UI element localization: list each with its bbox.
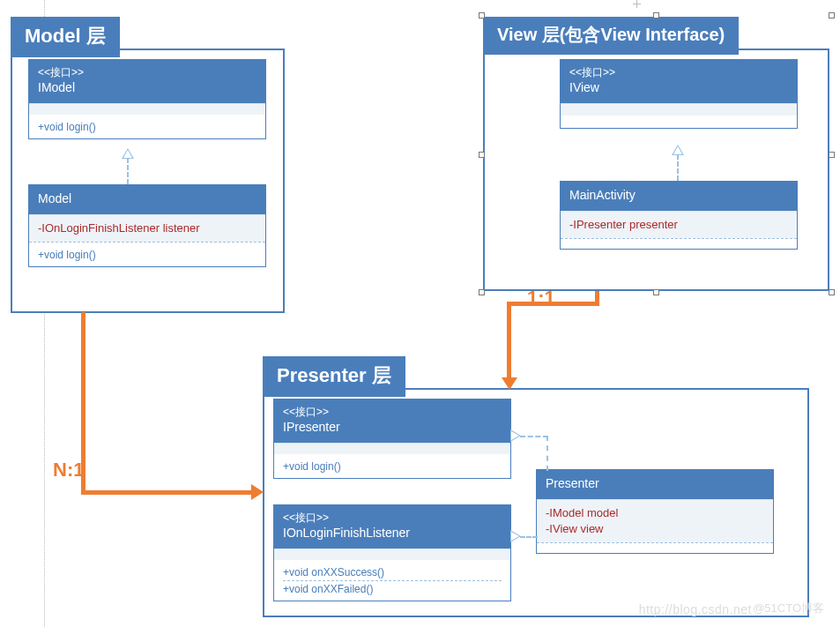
- presenter-ilistener-line: [520, 536, 538, 538]
- presenter-ipresenter-line-v: [546, 436, 548, 471]
- ipresenter-name: IPresenter: [283, 419, 502, 436]
- imodel-method: +void login(): [38, 119, 256, 133]
- selection-handle[interactable]: [829, 152, 835, 158]
- one-one-label: 1:1: [527, 287, 555, 310]
- selection-handle[interactable]: [479, 289, 485, 295]
- crosshair-icon: [633, 0, 641, 8]
- selection-handle[interactable]: [829, 289, 835, 295]
- presenter-name: Presenter: [546, 475, 764, 492]
- triangle-arrow-icon: [510, 530, 521, 542]
- iview-realization-line: [677, 154, 679, 181]
- presenter-field2: -IView view: [546, 521, 764, 537]
- triangle-arrow-icon: [122, 148, 134, 159]
- model-layer-title: Model 层: [11, 17, 120, 57]
- ionloginfinish-name: IOnLoginFinishListener: [283, 525, 502, 541]
- uml-mainactivity: MainActivity -IPresenter presenter: [560, 181, 798, 250]
- model-method: +void login(): [38, 247, 256, 261]
- uml-ionloginfinish: <<接口>> IOnLoginFinishListener +void onXX…: [273, 504, 511, 601]
- selection-handle[interactable]: [653, 289, 659, 295]
- imodel-name: IModel: [38, 79, 256, 96]
- presenter-layer: Presenter 层 <<接口>> IPresenter +void logi…: [263, 388, 809, 617]
- n1-label: N:1: [53, 459, 84, 481]
- imodel-stereo: <<接口>>: [38, 65, 256, 79]
- view-layer: View 层(包含View Interface) <<接口>> IView Ma…: [483, 49, 829, 291]
- ionloginfinish-method1: +void onXXSuccess(): [283, 564, 502, 581]
- arrow-right-icon: [251, 484, 264, 500]
- uml-imodel: <<接口>> IModel +void login(): [28, 59, 266, 139]
- n1-connector-h: [81, 490, 252, 495]
- one-one-connector-v1: [507, 302, 511, 379]
- selection-handle[interactable]: [479, 12, 485, 19]
- arrow-down-icon: [502, 377, 517, 390]
- selection-handle[interactable]: [479, 152, 485, 158]
- presenter-layer-title: Presenter 层: [263, 356, 405, 397]
- imodel-realization-line: [127, 158, 129, 184]
- ionloginfinish-method2: +void onXXFailed(): [283, 581, 502, 595]
- one-one-connector-v2: [595, 291, 599, 306]
- uml-ipresenter: <<接口>> IPresenter +void login(): [273, 399, 511, 479]
- uml-presenter: Presenter -IModel model -IView view: [536, 469, 774, 554]
- iview-stereo: <<接口>>: [569, 65, 788, 79]
- watermark-logo: @51CTO博客: [753, 601, 824, 616]
- model-layer: Model 层 <<接口>> IModel +void login() Mode…: [11, 49, 285, 313]
- mainactivity-field: -IPresenter presenter: [569, 217, 788, 233]
- selection-handle[interactable]: [829, 12, 835, 19]
- uml-iview: <<接口>> IView: [560, 59, 798, 129]
- ionloginfinish-stereo: <<接口>>: [283, 511, 502, 525]
- model-field: -IOnLoginFinishListener listener: [38, 220, 256, 236]
- view-layer-title: View 层(包含View Interface): [483, 17, 739, 55]
- presenter-ipresenter-line-h: [520, 436, 548, 437]
- triangle-arrow-icon: [510, 429, 521, 442]
- selection-handle[interactable]: [653, 12, 659, 19]
- presenter-field1: -IModel model: [546, 505, 764, 521]
- model-name: Model: [38, 190, 256, 207]
- uml-model: Model -IOnLoginFinishListener listener +…: [28, 184, 266, 267]
- ipresenter-stereo: <<接口>>: [283, 405, 502, 419]
- mainactivity-name: MainActivity: [569, 187, 788, 204]
- triangle-arrow-icon: [672, 145, 684, 155]
- ipresenter-method: +void login(): [283, 459, 502, 473]
- iview-name: IView: [569, 79, 788, 96]
- watermark-url: http://blog.csdn.net: [639, 602, 752, 616]
